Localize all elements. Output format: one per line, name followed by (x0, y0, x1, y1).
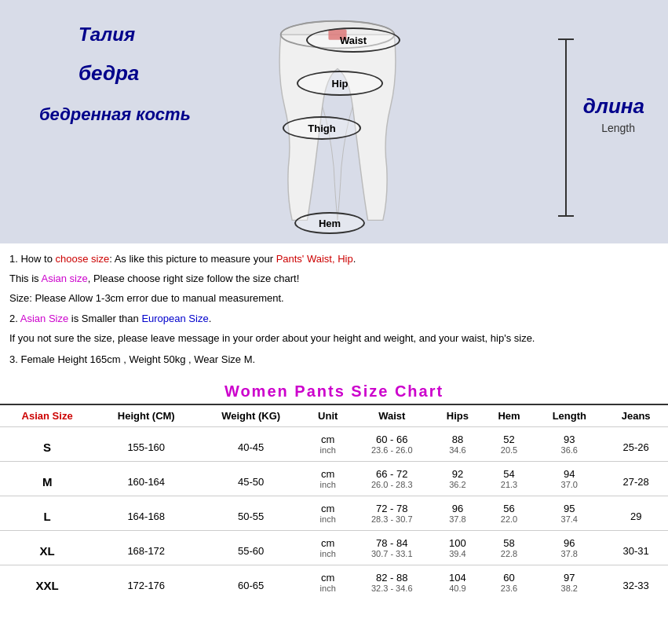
label-bedrennaya: бедренная кость (39, 104, 191, 125)
cell-weight: 40-45 (198, 426, 304, 461)
length-line-svg (542, 35, 590, 224)
cell-jeans: 27-28 (604, 461, 668, 496)
cell-hem-inch: 22.0 (484, 514, 535, 531)
cell-waist-cm: 60 - 66 (352, 426, 432, 445)
cell-size: S (0, 426, 94, 461)
cell-weight: 50-55 (198, 496, 304, 530)
cell-unit-inch: inch (304, 514, 352, 531)
table-row: XL 168-172 55-60 cm 78 - 84 100 58 96 30… (0, 530, 668, 549)
cell-height: 155-160 (94, 426, 198, 461)
table-row: L 164-168 50-55 cm 72 - 78 96 56 95 29 (0, 496, 668, 514)
label-taliya: Талия (78, 24, 135, 46)
cell-length-inch: 38.2 (535, 584, 604, 599)
cell-hips-inch: 40.9 (432, 584, 484, 599)
cell-unit-inch: inch (304, 445, 352, 462)
cell-hem-cm: 54 (484, 461, 535, 480)
thigh-ellipse: Thigh (283, 116, 361, 140)
cell-height: 160-164 (94, 461, 198, 496)
cell-hem-inch: 22.8 (484, 549, 535, 565)
cell-hips-cm: 92 (432, 461, 484, 480)
label-bedra: бедра (78, 61, 139, 86)
cell-waist-inch: 26.0 - 28.3 (352, 480, 432, 496)
table-row: M 160-164 45-50 cm 66 - 72 92 54 94 27-2… (0, 461, 668, 480)
cell-hips-inch: 36.2 (432, 480, 484, 496)
cell-length-inch: 37.0 (535, 480, 604, 496)
hero-inner: Талия бедра бедренная кость длина Length… (0, 0, 668, 243)
cell-hem-cm: 56 (484, 496, 535, 514)
cell-hem-cm: 52 (484, 426, 535, 445)
cell-height: 172-176 (94, 565, 198, 599)
cell-hips-cm: 104 (432, 565, 484, 584)
cell-waist-inch: 32.3 - 34.6 (352, 584, 432, 599)
cell-length-cm: 95 (535, 496, 604, 514)
cell-hips-cm: 96 (432, 496, 484, 514)
info-line4: 2. Asian Size is Smaller than European S… (9, 311, 659, 327)
cell-waist-cm: 78 - 84 (352, 530, 432, 549)
header-jeans: Jeans (604, 404, 668, 427)
cell-hips-inch: 37.8 (432, 514, 484, 531)
cell-size: L (0, 496, 94, 530)
cell-jeans: 32-33 (604, 565, 668, 599)
cell-length-inch: 37.4 (535, 514, 604, 531)
header-asian-size: Asian Size (0, 404, 94, 427)
cell-waist-inch: 23.6 - 26.0 (352, 445, 432, 462)
cell-hips-cm: 88 (432, 426, 484, 445)
chart-title: Women Pants Size Chart (0, 382, 668, 401)
cell-unit-inch: inch (304, 584, 352, 599)
info-line1: 1. How to choose size: As like this pict… (9, 251, 659, 268)
cell-length-inch: 37.8 (535, 549, 604, 565)
cell-length-inch: 36.6 (535, 445, 604, 462)
table-row: S 155-160 40-45 cm 60 - 66 88 52 93 25-2… (0, 426, 668, 445)
cell-unit-cm: cm (304, 565, 352, 584)
cell-waist-cm: 72 - 78 (352, 496, 432, 514)
cell-unit-cm: cm (304, 461, 352, 480)
cell-length-cm: 94 (535, 461, 604, 480)
cell-hips-cm: 100 (432, 530, 484, 549)
header-weight: Weight (KG) (198, 404, 304, 427)
header-hips: Hips (432, 404, 484, 427)
hip-ellipse: Hip (297, 71, 383, 96)
header-height: Height (CM) (94, 404, 198, 427)
info-line5: If you not sure the size, please leave m… (9, 331, 659, 347)
cell-length-cm: 96 (535, 530, 604, 549)
info-line6: 3. Female Height 165cm , Weight 50kg , W… (9, 352, 659, 368)
header-hem: Hem (484, 404, 535, 427)
cell-waist-inch: 30.7 - 33.1 (352, 549, 432, 565)
cell-hips-inch: 34.6 (432, 445, 484, 462)
waist-label: Waist (340, 35, 367, 46)
header-unit: Unit (304, 404, 352, 427)
info-section: 1. How to choose size: As like this pict… (0, 243, 668, 376)
hip-label: Hip (332, 78, 349, 90)
cell-hips-inch: 39.4 (432, 549, 484, 565)
cell-waist-inch: 28.3 - 30.7 (352, 514, 432, 531)
cell-length-cm: 97 (535, 565, 604, 584)
waist-ellipse: Waist (306, 27, 400, 53)
cell-weight: 55-60 (198, 530, 304, 565)
info-line3: Size: Please Allow 1-3cm error due to ma… (9, 291, 659, 307)
cell-hem-cm: 60 (484, 565, 535, 584)
cell-length-cm: 93 (535, 426, 604, 445)
cell-size: M (0, 461, 94, 496)
cell-height: 164-168 (94, 496, 198, 530)
cell-jeans: 29 (604, 496, 668, 530)
cell-hem-cm: 58 (484, 530, 535, 549)
hem-label: Hem (319, 218, 341, 229)
cell-weight: 45-50 (198, 461, 304, 496)
cell-waist-cm: 82 - 88 (352, 565, 432, 584)
cell-height: 168-172 (94, 530, 198, 565)
cell-unit-inch: inch (304, 480, 352, 496)
cell-hem-inch: 20.5 (484, 445, 535, 462)
info-line2: This is Asian size, Please choose right … (9, 271, 659, 287)
hem-ellipse: Hem (294, 212, 365, 234)
label-dlina: длина (583, 94, 644, 119)
header-length: Length (535, 404, 604, 427)
cell-unit-cm: cm (304, 426, 352, 445)
cell-jeans: 25-26 (604, 426, 668, 461)
cell-waist-cm: 66 - 72 (352, 461, 432, 480)
cell-hem-inch: 23.6 (484, 584, 535, 599)
hero-section: Талия бедра бедренная кость длина Length… (0, 0, 668, 243)
size-table: Asian Size Height (CM) Weight (KG) Unit … (0, 404, 668, 599)
cell-size: XXL (0, 565, 94, 599)
cell-unit-cm: cm (304, 496, 352, 514)
header-waist: Waist (352, 404, 432, 427)
